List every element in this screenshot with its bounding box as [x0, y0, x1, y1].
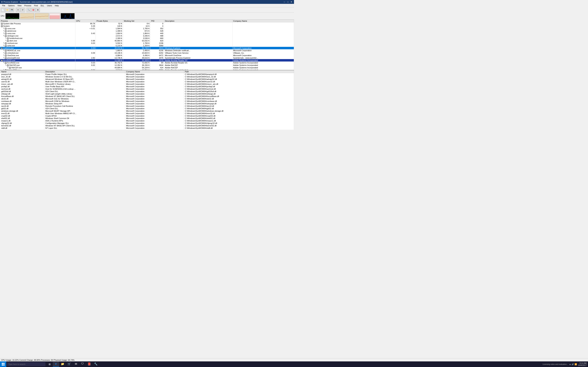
list-item[interactable]: ws2_32.dll Windows Socket 2.0 32-Bit DLL… [0, 75, 294, 78]
menu-item-process[interactable]: Process [23, 4, 33, 7]
dll-description: NT Layer DLL [44, 129, 125, 130]
col-description[interactable]: Description [164, 20, 233, 22]
table-row[interactable]: └ 🔲 fontdrvhost.exe 2,300 K 3,536 K 660 [0, 37, 294, 40]
list-item[interactable]: cfgmgr32.dll Configuration Manager DLL M… [0, 122, 294, 125]
process-name: └ 🔲 wininit.exe [0, 30, 75, 32]
list-item[interactable]: ntdll.dll NT Layer DLL Microsoft Corpora… [0, 127, 294, 129]
table-row[interactable]: └ 🔲 RdrCEF.exe 44,684 K 54,104 K 424 Ado… [0, 67, 294, 69]
table-row[interactable]: 🔲 AcroRd32.exe 11,328 K 22,328 K 2376 Ad… [0, 59, 294, 61]
dll-panel[interactable]: Name Description Company Name Path powrp… [0, 70, 294, 130]
dll-col-company[interactable]: Company Name [125, 70, 184, 73]
process-company: Sysinternals - www.sysinter... [233, 57, 294, 59]
list-item[interactable]: windows.storage.dll Microsoft WinRT Stor… [0, 110, 294, 112]
close-button[interactable]: ✕ [290, 0, 293, 3]
maximize-button[interactable]: □ [286, 0, 289, 3]
dll-col-path[interactable]: Path [184, 70, 294, 73]
table-row[interactable]: 🔲 explorer.exe 0.09 42,212 K 84,748 K 39… [0, 47, 294, 49]
table-row[interactable]: └ 🔲 RdrCEF.exe 0.02 12,352 K 36,156 K 38… [0, 64, 294, 67]
dll-name: kernel32.dll [0, 125, 44, 127]
list-item[interactable]: gdi32.dll GDI Client DLL Microsoft Corpo… [0, 107, 294, 110]
dll-col-name[interactable]: Name [0, 70, 44, 73]
col-pid[interactable]: PID [151, 20, 164, 22]
table-row[interactable]: └ 🔲 wininit.exe 1,308 K 872 K 428 [0, 30, 294, 32]
dll-company: Microsoft Corporation [125, 107, 184, 110]
list-item[interactable]: kernel32.dll Windows NT BASE API Client … [0, 125, 294, 127]
list-item[interactable]: ntdll.dll NT Layer DLL Microsoft Corpora… [0, 129, 294, 130]
col-company[interactable]: Company Name [233, 20, 294, 22]
list-item[interactable]: user32.dll Multi-User Windows USER API C… [0, 80, 294, 83]
col-process[interactable]: Process [0, 20, 75, 22]
process-working-set: 63,032 K [123, 40, 150, 42]
working-set-graph [35, 13, 49, 19]
list-item[interactable]: setupapi.dll Windows Setup API Microsoft… [0, 102, 294, 105]
new-button[interactable]: 📄 [1, 8, 5, 12]
menu-item-dll[interactable]: DLL [39, 4, 45, 7]
table-row[interactable]: 🔲 System 0.28 140 K 16 K 4 [0, 25, 294, 27]
dll-company: Microsoft Corporation [125, 127, 184, 129]
menu-item-options[interactable]: Options [7, 4, 16, 7]
list-item[interactable]: powrprof.dll Power Profile Helper DLL Mi… [0, 73, 294, 76]
dll-description: Microsoft COM for Windows [44, 100, 125, 102]
process-pid: 820 [151, 40, 164, 42]
table-row[interactable]: └ 🔲 csrss.exe 0.43 1,664 K 1,864 K 440 [0, 32, 294, 35]
process-panel[interactable]: Process CPU Private Bytes Working Set PI… [0, 20, 294, 70]
restart-button[interactable]: ↺ [20, 8, 25, 12]
table-row[interactable]: └ 🔲 procexp64.exe 2.82 13,736 K 39,616 K… [0, 57, 294, 59]
list-item[interactable]: ole32.dll Microsoft OLE for Windows Micr… [0, 98, 294, 100]
list-item[interactable]: msvcr_win.dll Microsoft® C Runtime Libra… [0, 83, 294, 85]
process-private-bytes: 19,196 K [96, 52, 123, 54]
dll-path: C:\Windows\SysWOW64\msvcr_win.dll [184, 83, 294, 85]
process-cpu: 0.09 [75, 47, 96, 49]
dll-path: C:\Windows\SysWOW64\gdi32.dll [184, 107, 294, 110]
table-row[interactable]: └ 🔲 csrss.exe < 0.01 1,584 K 1,700 K 352 [0, 27, 294, 30]
table-row[interactable]: └ 🔲 AdobeARM.exe 0.04 3,524 K 17,256 K 2… [0, 69, 294, 70]
open-button[interactable]: 📁 [5, 8, 9, 12]
table-row[interactable]: └ 🔲 conhost.exe 0.03 5,592 K 1,700 K 219… [0, 42, 294, 44]
col-private-bytes[interactable]: Private Bytes [96, 20, 123, 22]
col-working-set[interactable]: Working Set [123, 20, 150, 22]
list-item[interactable]: rpcrt4.dll Remote Procedure Call Runtime… [0, 105, 294, 107]
find-button[interactable]: 🔍 [26, 8, 31, 12]
dll-description: Microsoft® C Runtime Library [44, 83, 125, 85]
process-description: Windows Defender notificati... [164, 49, 233, 52]
list-item[interactable]: imm32.dll Multi-User Windows IMM32 API C… [0, 112, 294, 115]
list-item[interactable]: shell32.dll Windows Shell Common Dll Mic… [0, 117, 294, 119]
menu-item-users[interactable]: Users [46, 4, 53, 7]
process-private-bytes: 6,984 K [96, 54, 123, 57]
ws-graph-svg [35, 13, 49, 19]
list-item[interactable]: sechost.dll Host for SCM/SDDL/LSA Lookup… [0, 88, 294, 90]
dll-company: Microsoft Corporation [125, 98, 184, 100]
col-cpu[interactable]: CPU [75, 20, 96, 22]
menu-item-find[interactable]: Find [33, 4, 39, 7]
dll-name: sechost.dll [0, 88, 44, 90]
table-row[interactable]: 🔲 System Idle Process 89.78 52 K 8 K 0 [0, 22, 294, 25]
target-button[interactable]: 🎯 [31, 8, 35, 12]
list-item[interactable]: KernelBase.dll Windows NT BASE API Clien… [0, 95, 294, 98]
process-name: └ 🔲 AdobeARM.exe [0, 69, 75, 70]
save-button[interactable]: 💾 [10, 8, 14, 12]
list-item[interactable]: shlwapi.dll Shell Light-weight Utility L… [0, 93, 294, 95]
list-item[interactable]: combase.dll Microsoft COM for Windows Mi… [0, 100, 294, 102]
process-description [164, 42, 233, 44]
process-pid: 0 [151, 22, 164, 25]
list-item[interactable]: advapi32.dll Advanced Windows 32 Base AP… [0, 78, 294, 80]
menu-item-file[interactable]: File [1, 4, 7, 7]
kill-button[interactable]: ✕ [16, 8, 20, 12]
menu-item-help[interactable]: Help [53, 4, 60, 7]
table-row[interactable]: └ 🔲 OneDrive.exe 6,984 K 6,496 K 6472 Mi… [0, 54, 294, 57]
table-row[interactable]: └ 🔲 winlogon.exe 2,572 K 3,340 K 488 [0, 35, 294, 37]
list-item[interactable]: msasn1.dll ASN.1 Runtime APIs Microsoft … [0, 119, 294, 122]
tree-expand-icon: └ [3, 45, 4, 47]
list-item[interactable]: crypt32.dll Crypto API32 Microsoft Corpo… [0, 115, 294, 117]
table-row[interactable]: └ 🔲 AcroRd32.exe 0.03 36,792 K 72,692 K … [0, 61, 294, 64]
dll-col-desc[interactable]: Description [44, 70, 125, 73]
table-row[interactable]: └ 🔲 dwm.exe 0.98 40,864 K 63,032 K 820 [0, 40, 294, 42]
settings-button[interactable]: ⚙ [36, 8, 40, 12]
minimize-button[interactable]: ─ [283, 0, 286, 3]
list-item[interactable]: profapi.dll User Profile Basic API Micro… [0, 85, 294, 88]
table-row[interactable]: └ 🔲 MSASCuiL.exe 1,860 K 2,456 K 6156 Wi… [0, 49, 294, 52]
table-row[interactable]: └ 🔲 sshd.exe 5,216 K 1,204 K 3080 [0, 44, 294, 47]
menu-item-view[interactable]: View [16, 4, 23, 7]
table-row[interactable]: └ 🔲 vmtoolsd.exe 0.09 19,196 K 24,604 K … [0, 52, 294, 54]
list-item[interactable]: gdi32full.dll GDI Client DLL Microsoft C… [0, 90, 294, 93]
